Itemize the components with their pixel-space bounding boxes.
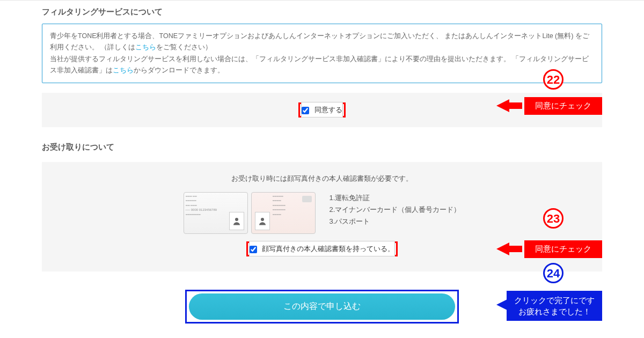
mynumber-card-image: ━━━━━━━━━━━━━━━━━━━━━━━━━ xyxy=(251,192,316,234)
svg-point-1 xyxy=(261,218,264,221)
filtering-info-text-2: をご覧ください） xyxy=(156,43,212,51)
hint-24-line2: お疲れさまでした！ xyxy=(514,306,595,317)
hint-23: 同意にチェック xyxy=(524,240,602,258)
submit-button[interactable]: この内容で申し込む xyxy=(189,293,455,320)
arrow-22-icon xyxy=(496,99,509,112)
agree-checkbox[interactable] xyxy=(302,107,309,114)
badge-23: 23 xyxy=(543,208,564,229)
agree-checkbox-label: 同意する xyxy=(314,106,342,114)
hint-24-line1: クリックで完了にです xyxy=(514,295,595,306)
id-doc-1: 1.運転免許証 xyxy=(330,192,461,204)
id-doc-3: 3.パスポート xyxy=(330,216,461,227)
filtering-title: フィルタリングサービスについて xyxy=(42,7,602,17)
filtering-info-text-4: からダウンロードできます。 xyxy=(134,67,224,74)
photo-icon xyxy=(229,212,244,230)
arrow-23-icon xyxy=(496,243,509,255)
svg-point-0 xyxy=(235,218,238,221)
id-card-images: ━━━ ━━━━━━━━━ ━━━── 0000 0123456789━━━━━… xyxy=(184,192,317,234)
drivers-license-image: ━━━ ━━━━━━━━━ ━━━── 0000 0123456789━━━━━… xyxy=(184,192,248,234)
filtering-info-box: 青少年をTONE利用者とする場合、TONEファミリーオプションおよびあんしんイン… xyxy=(42,24,602,83)
badge-24: 24 xyxy=(543,263,564,283)
filtering-link-2[interactable]: こちら xyxy=(113,67,134,74)
receipt-note: お受け取り時には顔写真付きの本人確認書類が必要です。 xyxy=(42,174,602,183)
id-doc-2: 2.マイナンバーカード（個人番号カード） xyxy=(330,204,461,216)
id-doc-list: 1.運転免許証 2.マイナンバーカード（個人番号カード） 3.パスポート xyxy=(330,192,461,227)
badge-22: 22 xyxy=(543,69,564,90)
agree-checkbox-row[interactable]: 同意する xyxy=(301,102,343,117)
photo-icon xyxy=(255,212,270,230)
filtering-info-text-1: 青少年をTONE利用者とする場合、TONEファミリーオプションおよびあんしんイン… xyxy=(50,32,589,51)
id-confirm-checkbox-row[interactable]: 顔写真付きの本人確認書類を持っている。 xyxy=(249,241,396,256)
id-confirm-checkbox[interactable] xyxy=(250,246,257,253)
filtering-link-1[interactable]: こちら xyxy=(135,43,156,51)
id-confirm-checkbox-label: 顔写真付きの本人確認書類を持っている。 xyxy=(262,245,394,253)
receipt-title: お受け取りについて xyxy=(42,142,602,152)
hint-22: 同意にチェック xyxy=(524,97,602,115)
